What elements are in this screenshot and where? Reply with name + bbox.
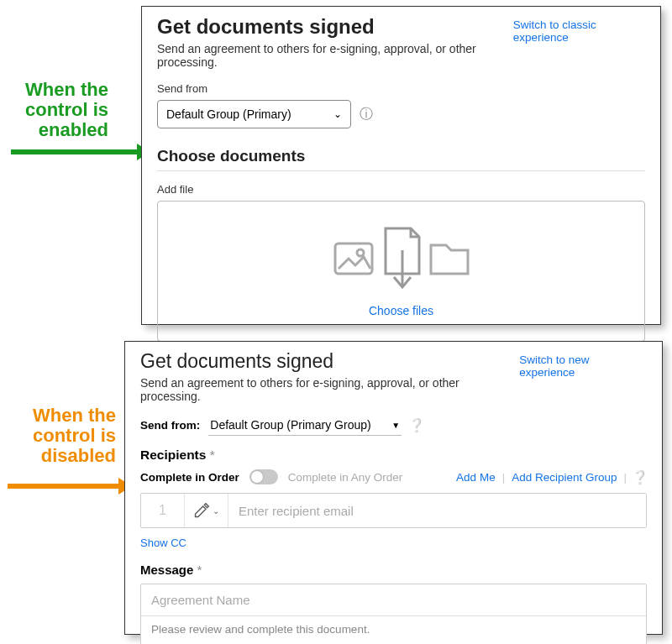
agreement-name-input[interactable] — [141, 584, 646, 616]
panel-classic-experience: Get documents signed Send an agreement t… — [124, 341, 663, 635]
divider: | — [623, 471, 627, 484]
send-from-label: Send from: — [140, 419, 200, 432]
complete-in-order-label: Complete in Order — [140, 471, 239, 484]
recipient-row: 1 ⌄ — [140, 493, 647, 528]
arrow-disabled — [8, 484, 120, 489]
choose-files-link[interactable]: Choose files — [369, 304, 433, 317]
add-recipient-group-link[interactable]: Add Recipient Group — [512, 471, 617, 484]
triangle-down-icon: ▼ — [391, 421, 400, 430]
page-subtitle: Send an agreement to others for e-signin… — [157, 42, 513, 69]
pen-icon — [193, 502, 210, 519]
panel-new-experience: Get documents signed Send an agreement t… — [141, 6, 661, 325]
show-cc-link[interactable]: Show CC — [140, 537, 647, 549]
svg-rect-0 — [335, 243, 372, 274]
help-icon[interactable]: ❔ — [633, 470, 647, 484]
page-title: Get documents signed — [157, 15, 513, 39]
complete-any-order-label: Complete in Any Order — [288, 471, 403, 484]
recipients-heading: Recipients * — [140, 448, 647, 463]
arrow-enabled — [11, 149, 139, 154]
send-from-select[interactable]: Default Group (Primary) ⌄ — [157, 100, 351, 128]
choose-documents-heading: Choose documents — [157, 147, 645, 171]
file-drop-zone[interactable]: Choose files — [157, 201, 645, 342]
page-subtitle: Send an agreement to others for e-signin… — [140, 376, 519, 403]
add-me-link[interactable]: Add Me — [456, 471, 496, 484]
message-textarea[interactable]: Please review and complete this document… — [141, 616, 646, 644]
recipient-email-input[interactable] — [228, 494, 646, 527]
send-from-label: Send from — [157, 82, 645, 95]
svg-point-1 — [357, 249, 364, 256]
switch-experience-link[interactable]: Switch to classic experience — [513, 15, 645, 44]
add-file-label: Add file — [157, 183, 645, 196]
help-icon[interactable]: ❔ — [410, 419, 423, 432]
chevron-down-icon: ⌄ — [213, 506, 219, 516]
recipient-number: 1 — [141, 494, 185, 527]
send-from-value: Default Group (Primary Group) — [210, 418, 370, 432]
order-toggle[interactable] — [249, 469, 278, 484]
help-icon[interactable]: ⓘ — [360, 107, 373, 121]
message-box: Please review and complete this document… — [140, 584, 647, 644]
send-from-select[interactable]: Default Group (Primary Group) ▼ — [208, 415, 402, 436]
message-heading: Message * — [140, 563, 647, 577]
annotation-disabled: When the control is disabled — [0, 406, 116, 467]
page-title: Get documents signed — [140, 350, 519, 373]
switch-experience-link[interactable]: Switch to new experience — [519, 350, 647, 379]
annotation-enabled: When the control is enabled — [2, 80, 108, 141]
divider: | — [502, 471, 506, 484]
recipient-role-select[interactable]: ⌄ — [185, 494, 228, 527]
send-from-value: Default Group (Primary) — [166, 107, 291, 121]
upload-illustration-icon — [330, 225, 473, 291]
chevron-down-icon: ⌄ — [333, 108, 342, 120]
